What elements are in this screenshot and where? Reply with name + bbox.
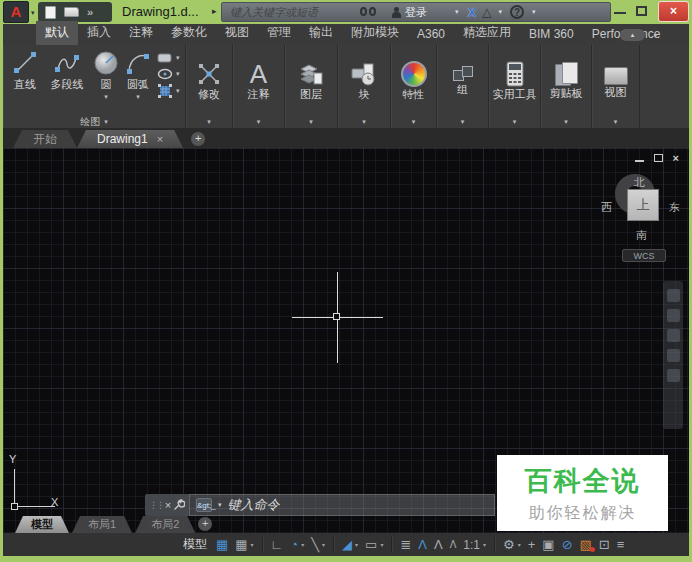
layers-button[interactable]: 图层 bbox=[285, 45, 337, 115]
utilities-panel-caret[interactable]: ▾ bbox=[489, 115, 540, 128]
command-line-handle[interactable]: ⋮⋮ × bbox=[145, 494, 189, 516]
grid-display-button[interactable]: ▦▾ bbox=[235, 538, 253, 551]
customize-wrench-icon[interactable] bbox=[173, 499, 185, 511]
ribbon-minimize-caret-icon[interactable]: ▾ bbox=[653, 32, 657, 40]
tab-a360[interactable]: A360 bbox=[408, 24, 454, 45]
nav-wheel-icon[interactable] bbox=[667, 289, 680, 302]
graphics-performance-button[interactable]: ▧ bbox=[580, 538, 592, 551]
open-file-icon[interactable] bbox=[64, 7, 79, 17]
doc-close-icon[interactable]: × bbox=[673, 152, 679, 164]
doc-minimize-icon[interactable] bbox=[635, 160, 644, 162]
drawing-canvas[interactable]: × 北 西 东 南 上 WCS Y X ⋮⋮ × bbox=[3, 148, 689, 533]
more-tools-icon[interactable]: » bbox=[87, 6, 92, 18]
lineweight-button[interactable]: ≣ bbox=[400, 538, 411, 551]
ortho-mode-button[interactable]: ∟ bbox=[271, 538, 284, 551]
new-drawing-tab-button[interactable]: + bbox=[191, 132, 205, 146]
viewcube-south-label[interactable]: 南 bbox=[636, 228, 647, 243]
object-snap-button[interactable]: ╲▾ bbox=[311, 538, 325, 551]
clipboard-button[interactable]: 剪贴板 bbox=[541, 45, 591, 115]
tab-manage[interactable]: 管理 bbox=[258, 21, 300, 45]
circle-flyout-caret-icon[interactable]: ▾ bbox=[104, 93, 108, 101]
viewcube-top-face[interactable]: 上 bbox=[627, 189, 659, 221]
tab-default[interactable]: 默认 bbox=[36, 21, 78, 45]
connected-caret-icon[interactable]: ▾ bbox=[498, 8, 502, 16]
hatch-tool[interactable]: ▾ bbox=[157, 84, 180, 98]
block-panel-caret[interactable]: ▾ bbox=[338, 115, 390, 128]
properties-panel-caret[interactable]: ▾ bbox=[391, 115, 436, 128]
viewcube-north-label[interactable]: 北 bbox=[634, 175, 645, 190]
layout-tab-layout2[interactable]: 布局2 bbox=[135, 516, 195, 533]
navigation-bar[interactable] bbox=[663, 281, 683, 429]
group-panel-caret[interactable]: ▾ bbox=[437, 115, 488, 128]
annotation-autoscale-button[interactable]: Λ bbox=[434, 538, 443, 551]
window-close-button[interactable]: × bbox=[658, 1, 689, 22]
block-button[interactable]: 块 bbox=[338, 45, 390, 115]
tab-view[interactable]: 视图 bbox=[216, 21, 258, 45]
drag-grip-icon[interactable]: ⋮⋮ bbox=[149, 500, 163, 510]
properties-button[interactable]: 特性 bbox=[391, 45, 436, 115]
signin-caret-icon[interactable]: ▾ bbox=[455, 8, 459, 16]
quick-properties-button[interactable]: ▣ bbox=[542, 538, 554, 551]
utilities-button[interactable]: 实用工具 bbox=[489, 45, 540, 115]
clipboard-panel-caret[interactable]: ▾ bbox=[541, 115, 591, 128]
modify-panel-caret[interactable]: ▾ bbox=[186, 115, 232, 128]
polyline-tool[interactable]: 多段线 bbox=[45, 50, 89, 92]
ribbon-minimize-button[interactable]: ▴ bbox=[620, 29, 645, 41]
tab-annotate[interactable]: 注释 bbox=[120, 21, 162, 45]
help-icon[interactable]: ? bbox=[510, 5, 524, 19]
app-menu-button[interactable]: A bbox=[3, 1, 29, 23]
tab-addins[interactable]: 附加模块 bbox=[342, 21, 408, 45]
isometric-drafting-button[interactable]: ◢▾ bbox=[342, 538, 358, 551]
layout-tab-model[interactable]: 模型 bbox=[15, 516, 69, 533]
file-tab-drawing1[interactable]: Drawing1 × bbox=[77, 130, 183, 148]
model-space-button[interactable]: 模型 bbox=[183, 536, 207, 553]
nav-pan-icon[interactable] bbox=[667, 309, 680, 322]
viewcube-west-label[interactable]: 西 bbox=[601, 200, 612, 215]
wcs-button[interactable]: WCS bbox=[622, 249, 666, 262]
rectangle-tool[interactable]: ▾ bbox=[157, 52, 180, 64]
annotation-objects-button[interactable]: ▭▾ bbox=[365, 538, 383, 551]
layout-tab-layout1[interactable]: 布局1 bbox=[72, 516, 132, 533]
snap-mode-button[interactable]: ▦ bbox=[216, 538, 228, 551]
line-tool[interactable]: 直线 bbox=[7, 50, 43, 92]
nav-orbit-icon[interactable] bbox=[667, 349, 680, 362]
stay-connected-icon[interactable]: △ bbox=[482, 5, 491, 19]
view-panel-caret[interactable]: ▾ bbox=[592, 115, 639, 128]
new-file-icon[interactable] bbox=[45, 6, 56, 19]
new-layout-button[interactable]: + bbox=[198, 517, 212, 531]
search-input[interactable]: 键入关键字或短语 bbox=[222, 5, 360, 20]
ellipse-tool[interactable]: ▾ bbox=[157, 68, 180, 80]
window-minimize-button[interactable] bbox=[614, 12, 626, 14]
file-tab-close-icon[interactable]: × bbox=[157, 133, 163, 145]
annotation-scale-sync-button[interactable]: Λ bbox=[450, 538, 457, 551]
layers-panel-caret[interactable]: ▾ bbox=[285, 115, 337, 128]
arc-flyout-caret-icon[interactable]: ▾ bbox=[136, 93, 140, 101]
annotation-scale-button[interactable]: 1:1▾ bbox=[463, 538, 486, 552]
annotation-visibility-button[interactable]: Λ bbox=[418, 538, 427, 551]
nav-motion-icon[interactable] bbox=[667, 369, 680, 382]
annotate-panel-caret[interactable]: ▾ bbox=[233, 115, 284, 128]
workspace-switch-button[interactable]: ⚙▾ bbox=[503, 538, 521, 551]
search-icon[interactable] bbox=[360, 6, 376, 18]
tab-parametric[interactable]: 参数化 bbox=[162, 21, 216, 45]
title-expand-icon[interactable]: ▸ bbox=[212, 6, 217, 16]
viewcube-east-label[interactable]: 东 bbox=[669, 200, 680, 215]
command-close-icon[interactable]: × bbox=[165, 499, 171, 511]
group-button[interactable]: 组 bbox=[437, 45, 488, 115]
clean-screen-button[interactable]: ⊡ bbox=[599, 538, 610, 551]
annotation-monitor-button[interactable]: + bbox=[528, 538, 536, 551]
recent-commands-icon[interactable]: &gt;_ bbox=[196, 498, 212, 512]
tab-output[interactable]: 输出 bbox=[300, 21, 342, 45]
signin-button[interactable]: 登录 bbox=[405, 5, 427, 20]
hardware-acceleration-button[interactable]: ⊘ bbox=[562, 538, 573, 551]
modify-button[interactable]: 修改 bbox=[186, 45, 232, 115]
tab-bim360[interactable]: BIM 360 bbox=[520, 24, 583, 45]
arc-tool[interactable]: 圆弧 ▾ bbox=[123, 50, 153, 101]
annotate-button[interactable]: A 注释 bbox=[233, 45, 284, 115]
window-maximize-button[interactable] bbox=[636, 6, 647, 16]
doc-restore-icon[interactable] bbox=[654, 154, 663, 162]
view-button[interactable]: 视图 bbox=[592, 45, 639, 115]
exchange-apps-icon[interactable]: X bbox=[468, 5, 477, 20]
circle-tool[interactable]: 圆 ▾ bbox=[91, 50, 121, 101]
app-menu-caret-icon[interactable]: ▾ bbox=[31, 9, 35, 17]
